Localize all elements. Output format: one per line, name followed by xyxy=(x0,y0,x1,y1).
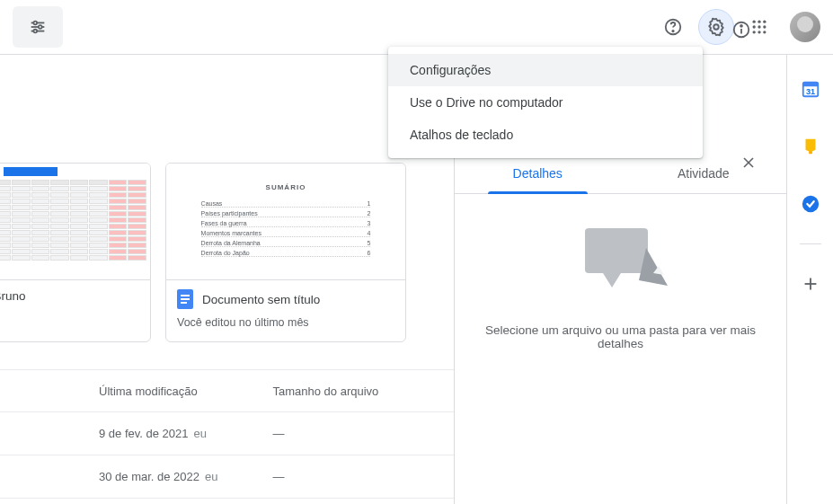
sheet-thumbnail xyxy=(0,164,150,279)
col-size[interactable]: Tamanho do arquivo xyxy=(273,385,448,398)
calendar-icon: 31 xyxy=(801,79,820,99)
svg-point-4 xyxy=(39,25,42,29)
file-title: Documento sem título xyxy=(202,293,320,306)
avatar[interactable] xyxy=(790,12,820,42)
col-modified[interactable]: Última modificação xyxy=(99,385,273,398)
topbar-left xyxy=(13,6,63,48)
menu-item-desktop[interactable]: Use o Drive no computador xyxy=(388,86,703,119)
svg-point-10 xyxy=(758,20,760,22)
svg-rect-30 xyxy=(809,152,812,155)
svg-point-3 xyxy=(33,21,37,24)
table-header-row: Última modificação Tamanho do arquivo xyxy=(0,369,454,412)
keep-app-button[interactable] xyxy=(793,128,829,164)
cell-size: — xyxy=(273,470,448,483)
svg-point-14 xyxy=(763,25,766,28)
keep-icon xyxy=(801,137,820,156)
file-table: Última modificação Tamanho do arquivo 9 … xyxy=(0,369,454,499)
file-subtitle: último mês xyxy=(0,310,139,323)
cell-size: — xyxy=(273,427,448,440)
help-icon xyxy=(663,17,683,37)
placeholder-icon xyxy=(567,221,675,302)
svg-marker-24 xyxy=(603,273,621,287)
side-app-panel: 31 xyxy=(786,55,833,504)
tasks-app-button[interactable] xyxy=(793,186,829,222)
table-row[interactable]: 30 de mar. de 2022eu — xyxy=(0,455,454,499)
main-area: pagamento - Bruno último mês SUMÁRIO Cau… xyxy=(0,55,454,504)
file-card[interactable]: SUMÁRIO Causas1 Países participantes2 Fa… xyxy=(165,163,406,342)
topbar xyxy=(0,0,833,54)
cell-who: eu xyxy=(205,470,217,483)
details-placeholder-text: Selecione um arquivo ou uma pasta para v… xyxy=(474,323,767,350)
plus-icon xyxy=(801,274,820,294)
svg-point-20 xyxy=(740,25,742,27)
settings-menu: Configurações Use o Drive no computador … xyxy=(388,47,703,158)
cell-who: eu xyxy=(194,427,207,440)
svg-point-8 xyxy=(713,24,719,30)
cards-row: pagamento - Bruno último mês SUMÁRIO Cau… xyxy=(0,55,454,342)
details-tabs: Detalhes Atividade xyxy=(455,154,786,194)
menu-item-shortcuts[interactable]: Atalhos de teclado xyxy=(388,119,703,151)
menu-item-settings[interactable]: Configurações xyxy=(388,54,703,86)
cell-date: 30 de mar. de 2022 xyxy=(99,470,199,483)
file-title: pagamento - Bruno xyxy=(0,289,26,303)
tab-activity[interactable]: Atividade xyxy=(621,154,787,193)
tune-button[interactable] xyxy=(13,6,63,48)
table-row[interactable]: 9 de fev. de 2021eu — xyxy=(0,412,454,455)
svg-point-17 xyxy=(763,31,766,33)
details-body: Selecione um arquivo ou uma pasta para v… xyxy=(455,194,786,377)
svg-rect-28 xyxy=(802,83,818,87)
info-button[interactable] xyxy=(723,12,759,48)
svg-rect-23 xyxy=(585,228,648,273)
file-subtitle: Você editou no último mês xyxy=(177,316,394,329)
file-card[interactable]: pagamento - Bruno último mês xyxy=(0,163,151,342)
svg-text:31: 31 xyxy=(805,87,814,96)
svg-point-11 xyxy=(763,20,766,22)
info-icon xyxy=(731,20,751,40)
tasks-icon xyxy=(801,194,820,214)
svg-point-7 xyxy=(672,30,673,31)
tune-icon xyxy=(28,17,48,37)
docs-icon xyxy=(177,289,193,309)
file-preview xyxy=(0,164,150,280)
calendar-app-button[interactable]: 31 xyxy=(793,71,829,107)
svg-point-5 xyxy=(33,29,37,32)
tab-details[interactable]: Detalhes xyxy=(455,154,621,193)
doc-thumbnail: SUMÁRIO Causas1 Países participantes2 Fa… xyxy=(191,167,382,276)
cell-date: 9 de fev. de 2021 xyxy=(99,427,189,440)
file-preview: SUMÁRIO Causas1 Países participantes2 Fa… xyxy=(166,164,405,280)
add-app-button[interactable] xyxy=(793,266,829,302)
help-button[interactable] xyxy=(655,9,691,45)
